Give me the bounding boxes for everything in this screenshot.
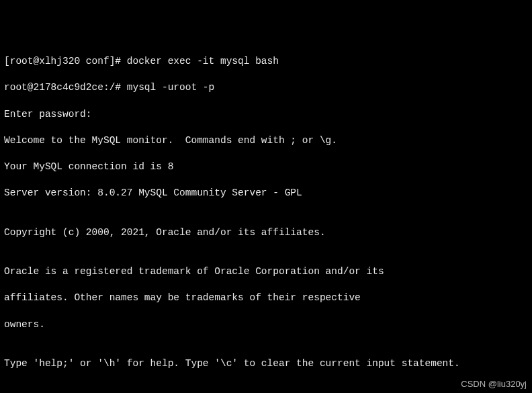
trademark-line: owners. [4, 318, 528, 332]
copyright-line: Copyright (c) 2000, 2021, Oracle and/or … [4, 226, 528, 240]
mysql-conn-id: Your MySQL connection id is 8 [4, 161, 528, 174]
help-hint: Type 'help;' or '\h' for help. Type '\c'… [4, 357, 528, 371]
csdn-watermark: CSDN @liu320yj [461, 378, 527, 390]
shell-prompt-line[interactable]: [root@xlhj320 conf]# docker exec -it mys… [4, 55, 528, 69]
password-prompt[interactable]: Enter password: [4, 108, 528, 122]
trademark-line: Oracle is a registered trademark of Orac… [4, 265, 528, 279]
trademark-line: affiliates. Other names may be trademark… [4, 292, 528, 305]
mysql-welcome: Welcome to the MySQL monitor. Commands e… [4, 134, 528, 148]
mysql-version: Server version: 8.0.27 MySQL Community S… [4, 187, 528, 200]
shell-prompt-line[interactable]: root@2178c4c9d2ce:/# mysql -uroot -p [4, 81, 528, 95]
